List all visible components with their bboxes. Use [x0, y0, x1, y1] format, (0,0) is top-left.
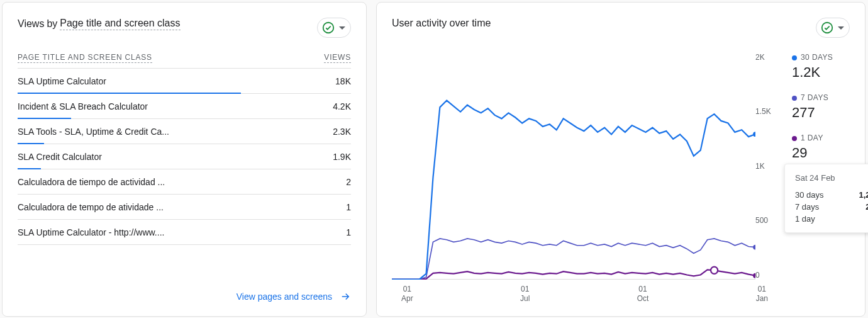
chart-series-line: [392, 101, 755, 280]
x-tick: 01Apr: [401, 285, 413, 304]
views-card-header: Views by Page title and screen class: [18, 18, 351, 38]
legend-label: 30 DAYS: [801, 53, 833, 62]
svg-point-1: [822, 23, 833, 33]
row-views: 1: [346, 202, 351, 212]
chart-series-line: [392, 270, 755, 279]
row-views: 18K: [335, 76, 351, 86]
legend-item[interactable]: 30 DAYS1.2K: [792, 53, 850, 81]
table-row[interactable]: Calculadora de tiempo de actividad ...2: [18, 169, 351, 195]
chart-svg-box: [392, 53, 755, 280]
tooltip-row: 7 days284: [795, 202, 868, 212]
card-controls: [317, 18, 351, 38]
activity-card-header: User activity over time: [392, 18, 850, 38]
y-tick: 1.5K: [755, 107, 781, 116]
check-circle-icon: [321, 21, 335, 35]
table-row[interactable]: Incident & SLA Breach Calculator4.2K: [18, 94, 351, 119]
legend-label: 1 DAY: [801, 133, 823, 142]
views-card-title: Views by Page title and screen class: [18, 18, 181, 30]
title-dimension[interactable]: Page title and screen class: [60, 18, 180, 30]
row-label: Calculadora de tempo de atividade ...: [18, 202, 164, 212]
col-label-dim[interactable]: PAGE TITLE AND SCREEN CLASS: [18, 53, 152, 63]
row-label: Incident & SLA Breach Calculator: [18, 101, 148, 111]
row-label: SLA Tools - SLA, Uptime & Credit Ca...: [18, 127, 169, 137]
legend-value: 1.2K: [792, 64, 850, 81]
line-chart-svg: [392, 53, 755, 280]
x-tick: 01Jul: [520, 285, 530, 304]
chart-end-dot: [753, 273, 755, 278]
activity-card: User activity over time 2K1.5K1K5000 01A…: [376, 2, 865, 317]
chart-wrap: 2K1.5K1K5000 01Apr01Jul01Oct01Jan 30 DAY…: [392, 53, 850, 304]
legend-label: 7 DAYS: [801, 93, 828, 102]
legend-item[interactable]: 7 DAYS277: [792, 93, 850, 121]
table-row[interactable]: Calculadora de tempo de atividade ...1: [18, 195, 351, 220]
row-label: Calculadora de tiempo de actividad ...: [18, 177, 165, 187]
y-tick: 500: [755, 216, 781, 225]
tooltip-row: 30 days1,282: [795, 190, 868, 200]
tooltip-row: 1 day33: [795, 214, 868, 224]
view-pages-link[interactable]: View pages and screens: [236, 291, 351, 302]
chart-end-dot: [753, 132, 755, 137]
legend-value: 277: [792, 105, 850, 121]
chart-tooltip: Sat 24 Feb 30 days1,2827 days2841 day33: [784, 164, 868, 233]
row-label: SLA Uptime Calculator - http://www....: [18, 227, 164, 237]
x-axis: 01Apr01Jul01Oct01Jan: [392, 285, 781, 304]
chart-end-dot: [753, 245, 755, 250]
chevron-down-icon: [339, 26, 345, 30]
check-circle-icon: [820, 21, 834, 35]
y-axis: 2K1.5K1K5000: [755, 53, 781, 280]
table-row[interactable]: SLA Uptime Calculator18K: [18, 69, 351, 94]
legend-value: 29: [792, 145, 850, 161]
tooltip-date: Sat 24 Feb: [795, 173, 868, 183]
x-tick: 01Jan: [756, 285, 768, 304]
chart-area[interactable]: 2K1.5K1K5000 01Apr01Jul01Oct01Jan: [392, 53, 781, 304]
activity-card-title: User activity over time: [392, 18, 491, 29]
chart-hover-marker: [711, 267, 718, 274]
table-body: SLA Uptime Calculator18KIncident & SLA B…: [18, 69, 351, 245]
title-metric: Views: [18, 18, 44, 30]
row-label: SLA Uptime Calculator: [18, 76, 106, 86]
table-row[interactable]: SLA Uptime Calculator - http://www....1: [18, 220, 351, 245]
row-views: 2.3K: [333, 127, 351, 137]
legend-item[interactable]: 1 DAY29: [792, 133, 850, 161]
activity-title-text: User activity over time: [392, 18, 491, 29]
table-row[interactable]: SLA Tools - SLA, Uptime & Credit Ca...2.…: [18, 119, 351, 144]
verify-dropdown[interactable]: [816, 18, 850, 38]
card-controls: [816, 18, 850, 38]
x-tick: 01Oct: [637, 285, 649, 304]
chevron-down-icon: [838, 26, 844, 30]
title-by: by: [47, 18, 57, 30]
row-views: 1: [346, 227, 351, 237]
views-card: Views by Page title and screen class PAG…: [2, 2, 367, 317]
row-views: 4.2K: [333, 101, 351, 111]
arrow-right-icon: [340, 291, 351, 302]
table-header-row: PAGE TITLE AND SCREEN CLASS VIEWS: [18, 53, 351, 69]
y-tick: 1K: [755, 162, 781, 171]
row-label: SLA Credit Calculator: [18, 152, 102, 162]
col-label-metric[interactable]: VIEWS: [324, 53, 351, 63]
y-tick: 0: [755, 271, 781, 280]
verify-dropdown[interactable]: [317, 18, 351, 38]
table-row[interactable]: SLA Credit Calculator1.9K: [18, 144, 351, 169]
row-views: 1.9K: [333, 152, 351, 162]
svg-point-0: [323, 23, 334, 33]
row-views: 2: [346, 177, 351, 187]
y-tick: 2K: [755, 53, 781, 62]
view-pages-label: View pages and screens: [236, 292, 332, 302]
